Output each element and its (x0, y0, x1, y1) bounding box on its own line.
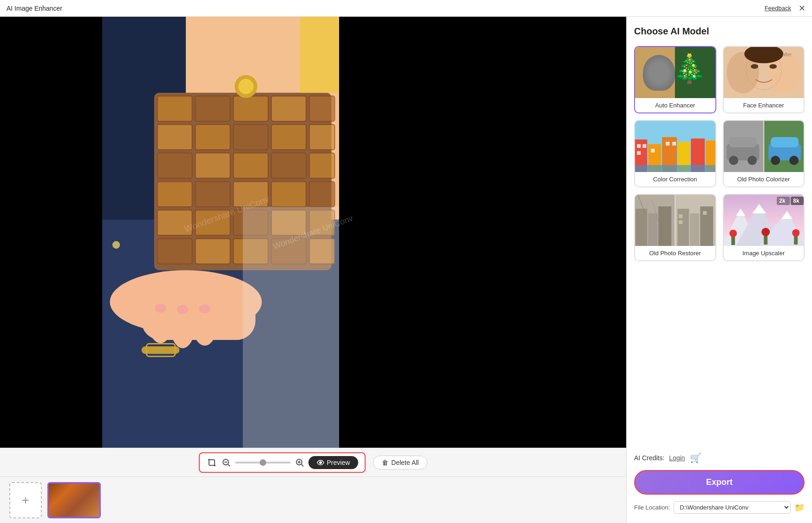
ai-credits-label: AI Credits: (634, 454, 664, 462)
export-button[interactable]: Export (634, 470, 805, 495)
model-thumb-face-enhancer: after (724, 47, 804, 98)
close-button[interactable]: ✕ (799, 4, 805, 13)
svg-point-47 (199, 305, 211, 313)
svg-point-87 (729, 156, 738, 165)
model-grid: Auto Enhancer (634, 46, 805, 261)
panel-title: Choose AI Model (634, 26, 805, 37)
svg-rect-9 (233, 96, 268, 121)
svg-rect-26 (309, 181, 335, 207)
svg-rect-12 (157, 125, 192, 150)
model-card-color-correction[interactable]: Color Correction (634, 120, 716, 187)
filmstrip: + (0, 477, 626, 523)
svg-rect-52 (300, 17, 339, 93)
svg-point-38 (238, 79, 254, 94)
auto-enhancer-label: Auto Enhancer (635, 98, 715, 113)
model-thumb-color-correction (635, 121, 715, 172)
svg-rect-81 (666, 142, 669, 146)
model-thumb-image-upscaler: 8k 2k (724, 195, 804, 246)
svg-point-67 (769, 64, 777, 69)
svg-rect-101 (635, 195, 675, 246)
svg-text:2k: 2k (779, 198, 786, 204)
svg-rect-8 (195, 96, 230, 121)
canvas-area: Wondershare UniConv Wondershare UniConv (0, 17, 626, 523)
svg-point-92 (771, 156, 780, 165)
svg-rect-13 (195, 125, 230, 150)
photo-wrapper: Wondershare UniConv Wondershare UniConv (0, 17, 626, 448)
image-upscaler-image: 8k 2k (724, 195, 804, 246)
svg-rect-18 (195, 153, 230, 179)
preview-button[interactable]: Preview (308, 456, 359, 469)
crop-tool-button[interactable] (206, 457, 217, 468)
svg-rect-78 (642, 144, 646, 148)
color-correction-label: Color Correction (635, 172, 715, 186)
svg-rect-32 (157, 238, 192, 264)
svg-rect-48 (243, 207, 339, 448)
old-photo-colorizer-label: Old Photo Colorizer (724, 172, 804, 186)
svg-point-122 (792, 229, 799, 237)
feedback-link[interactable]: Feedback (765, 5, 791, 12)
login-button[interactable]: Login (669, 454, 685, 462)
svg-rect-82 (672, 142, 676, 146)
thumb-image-1 (49, 483, 99, 517)
svg-rect-33 (195, 238, 230, 264)
model-thumb-old-photo-colorizer (724, 121, 804, 172)
svg-rect-20 (271, 153, 306, 179)
svg-point-46 (177, 305, 189, 314)
svg-rect-83 (635, 165, 715, 172)
svg-rect-106 (679, 214, 682, 218)
svg-rect-108 (703, 211, 707, 215)
model-card-face-enhancer[interactable]: after Face Enhancer (723, 46, 805, 113)
svg-point-60 (319, 461, 322, 464)
svg-rect-17 (157, 153, 192, 179)
svg-rect-7 (157, 96, 192, 121)
svg-rect-79 (637, 151, 641, 155)
svg-text:8k: 8k (793, 198, 799, 204)
zoom-slider[interactable] (235, 462, 291, 463)
svg-point-44 (216, 299, 238, 340)
svg-rect-86 (729, 137, 757, 147)
delete-all-button[interactable]: 🗑 Delete All (373, 456, 427, 470)
old-photo-restorer-label: Old Photo Restorer (635, 246, 715, 260)
svg-rect-11 (309, 96, 335, 121)
model-thumb-auto-enhancer (635, 47, 715, 98)
svg-line-55 (228, 464, 230, 466)
svg-point-88 (747, 156, 757, 165)
svg-point-45 (155, 304, 166, 313)
svg-point-93 (789, 156, 799, 165)
svg-point-118 (729, 230, 737, 237)
right-panel: Choose AI Model Auto Enhancer (626, 17, 812, 523)
svg-rect-77 (637, 144, 641, 148)
add-icon: + (22, 493, 29, 508)
zoom-in-button[interactable] (295, 457, 305, 468)
svg-rect-14 (233, 125, 268, 150)
zoom-out-button[interactable] (221, 457, 231, 468)
svg-rect-25 (271, 181, 306, 207)
model-thumb-old-photo-restorer (635, 195, 715, 246)
panel-bottom: AI Credits: Login 🛒 Export File Location… (634, 452, 805, 514)
model-card-old-photo-colorizer[interactable]: Old Photo Colorizer (723, 120, 805, 187)
face-enhancer-image: after (724, 47, 804, 98)
svg-text:after: after (782, 52, 792, 57)
filmstrip-thumbnail-1[interactable] (47, 482, 101, 518)
svg-rect-21 (309, 153, 335, 179)
svg-point-120 (761, 228, 770, 236)
model-card-image-upscaler[interactable]: 8k 2k Image Upscaler (723, 194, 805, 261)
file-location-select[interactable]: D:\Wondershare UniConv (674, 501, 791, 514)
face-enhancer-label: Face Enhancer (724, 98, 804, 113)
old-photo-colorizer-image (724, 121, 804, 172)
open-folder-button[interactable]: 📁 (794, 503, 805, 513)
svg-line-59 (301, 464, 303, 466)
preview-label: Preview (327, 459, 350, 466)
file-location-row: File Location: D:\Wondershare UniConv 📁 (634, 501, 805, 514)
cart-icon[interactable]: 🛒 (690, 452, 701, 463)
svg-rect-104 (690, 213, 699, 246)
add-image-button[interactable]: + (9, 482, 42, 518)
trash-icon: 🗑 (382, 459, 388, 466)
model-card-auto-enhancer[interactable]: Auto Enhancer (634, 46, 716, 113)
svg-rect-80 (651, 149, 655, 152)
main-layout: Wondershare UniConv Wondershare UniConv (0, 17, 812, 523)
ai-credits-row: AI Credits: Login 🛒 (634, 452, 805, 463)
app-title: AI Image Enhancer (7, 5, 62, 12)
model-card-old-photo-restorer[interactable]: Old Photo Restorer (634, 194, 716, 261)
svg-point-4 (112, 241, 120, 249)
